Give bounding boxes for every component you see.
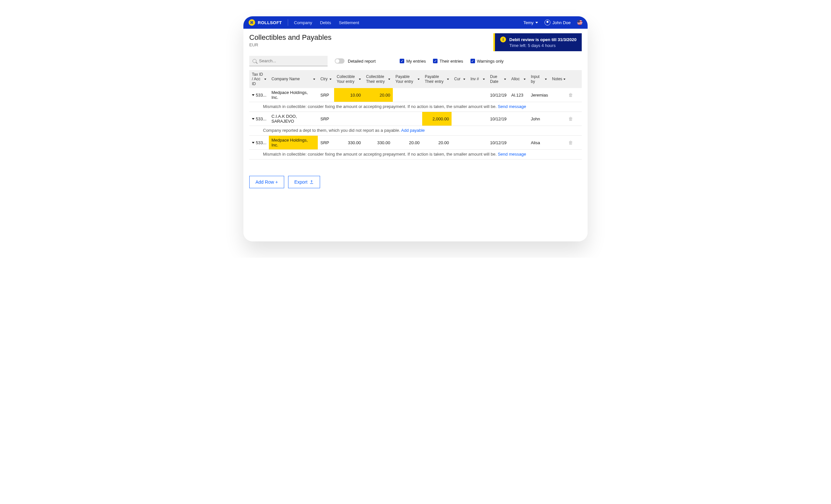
cell-coll-their[interactable] bbox=[364, 112, 393, 126]
col-company[interactable]: Company Name bbox=[269, 70, 318, 88]
expand-cell[interactable]: 533... bbox=[249, 136, 269, 149]
cell-ctry: SRP bbox=[318, 112, 334, 126]
cell-alloc bbox=[509, 136, 528, 149]
col-ctry[interactable]: Ctry bbox=[318, 70, 334, 88]
col-coll-their[interactable]: Collectible Their entry bbox=[364, 70, 393, 88]
user-icon bbox=[545, 20, 550, 25]
nav-company[interactable]: Company bbox=[294, 20, 312, 25]
chevron-down-icon bbox=[313, 79, 315, 80]
expand-cell[interactable]: 533... bbox=[249, 88, 269, 102]
checkbox-label: Their entries bbox=[439, 59, 463, 64]
search-input[interactable] bbox=[249, 56, 327, 66]
cell-pay-your[interactable] bbox=[393, 112, 422, 126]
col-pay-their[interactable]: Payable Their entry bbox=[422, 70, 452, 88]
warning-row: Mismatch in collectible: consider fixing… bbox=[249, 102, 582, 112]
my-entries-checkbox[interactable]: My entries bbox=[400, 59, 426, 64]
cell-cur bbox=[452, 88, 468, 102]
cell-cur bbox=[452, 112, 468, 126]
cell-company: Medpace Holdings, Inc. bbox=[269, 136, 318, 149]
delete-row-button[interactable]: 🗑 bbox=[566, 88, 574, 102]
page-currency: EUR bbox=[249, 42, 332, 47]
locale-flag-icon[interactable] bbox=[577, 20, 582, 25]
cell-pay-your[interactable] bbox=[393, 88, 422, 102]
chevron-down-icon bbox=[447, 79, 449, 80]
expand-cell[interactable]: 533... bbox=[249, 112, 269, 126]
toggle-icon bbox=[335, 58, 345, 64]
table-row: 533...Medpace Holdings, Inc.SRP10.0020.0… bbox=[249, 88, 582, 102]
cell-coll-their[interactable]: 20.00 bbox=[364, 88, 393, 102]
col-cur[interactable]: Cur bbox=[452, 70, 468, 88]
checkbox-label: Warnings only bbox=[477, 59, 504, 64]
warning-row: Company reported a dept to them, which y… bbox=[249, 126, 582, 136]
checkbox-icon bbox=[433, 59, 437, 63]
col-inputby[interactable]: Input by bbox=[528, 70, 549, 88]
warning-action-link[interactable]: Send message bbox=[498, 152, 526, 156]
cell-pay-your[interactable]: 20.00 bbox=[393, 136, 422, 149]
chevron-down-icon bbox=[483, 79, 485, 80]
nav-debts[interactable]: Debts bbox=[320, 20, 331, 25]
chevron-down-icon bbox=[388, 79, 390, 80]
cell-ctry: SRP bbox=[318, 136, 334, 149]
col-alloc[interactable]: Alloc bbox=[509, 70, 528, 88]
cell-coll-their[interactable]: 330.00 bbox=[364, 136, 393, 149]
cell-taxid: 533... bbox=[256, 93, 266, 97]
cell-due: 10/12/19 bbox=[487, 88, 509, 102]
delete-row-button[interactable]: 🗑 bbox=[566, 136, 574, 149]
chevron-down-icon bbox=[252, 142, 255, 144]
cell-alloc: Al.123 bbox=[509, 88, 528, 102]
chevron-down-icon bbox=[359, 79, 361, 80]
cell-pay-their[interactable]: 20.00 bbox=[422, 136, 452, 149]
warnings-only-checkbox[interactable]: Warnings only bbox=[470, 59, 504, 64]
review-alert: i Debit review is open till 31/3/2020 Ti… bbox=[493, 33, 582, 51]
warning-row: Mismatch in collectible: consider fixing… bbox=[249, 150, 582, 159]
export-button[interactable]: Export bbox=[288, 176, 320, 188]
chevron-down-icon bbox=[252, 94, 255, 96]
chevron-down-icon bbox=[252, 118, 255, 120]
chevron-down-icon bbox=[536, 22, 538, 24]
nav-settlement[interactable]: Settlement bbox=[339, 20, 359, 25]
org-switcher[interactable]: Temy bbox=[523, 20, 538, 25]
info-icon: i bbox=[500, 36, 506, 42]
brand-logo[interactable]: ⌘ ROLLSOFT bbox=[249, 19, 282, 26]
cell-coll-your[interactable]: 330.00 bbox=[334, 136, 364, 149]
chevron-down-icon bbox=[329, 79, 332, 80]
cell-inv bbox=[468, 136, 487, 149]
chevron-down-icon bbox=[418, 79, 420, 80]
cell-notes bbox=[549, 136, 566, 149]
logo-icon: ⌘ bbox=[249, 19, 255, 26]
org-name: Temy bbox=[523, 20, 534, 25]
col-taxid[interactable]: Tax ID / Acc ID bbox=[249, 70, 269, 88]
col-notes[interactable]: Notes bbox=[549, 70, 566, 88]
cell-inputby: John bbox=[528, 112, 549, 126]
col-due[interactable]: Due Date bbox=[487, 70, 509, 88]
col-pay-your[interactable]: Payable Your entry bbox=[393, 70, 422, 88]
cell-pay-their[interactable] bbox=[422, 88, 452, 102]
col-coll-your[interactable]: Collectible Your entry bbox=[334, 70, 364, 88]
their-entries-checkbox[interactable]: Their entries bbox=[433, 59, 463, 64]
checkbox-icon bbox=[400, 59, 404, 63]
user-menu[interactable]: John Doe bbox=[545, 20, 571, 25]
chevron-down-icon bbox=[264, 79, 266, 80]
cell-coll-your[interactable] bbox=[334, 112, 364, 126]
account-area: Temy John Doe bbox=[523, 20, 582, 25]
warning-text: Company reported a dept to them, which y… bbox=[263, 128, 400, 133]
cell-alloc bbox=[509, 112, 528, 126]
warning-action-link[interactable]: Send message bbox=[498, 104, 526, 109]
chevron-down-icon bbox=[564, 79, 566, 80]
cell-cur bbox=[452, 136, 468, 149]
col-inv[interactable]: Inv # bbox=[468, 70, 487, 88]
chevron-down-icon bbox=[545, 79, 547, 80]
search-field[interactable] bbox=[259, 58, 324, 63]
divider bbox=[288, 19, 288, 26]
warning-action-link[interactable]: Add payable bbox=[401, 128, 425, 133]
brand-name: ROLLSOFT bbox=[258, 20, 282, 25]
delete-row-button[interactable]: 🗑 bbox=[566, 112, 574, 126]
alert-title: Debit review is open till 31/3/2020 bbox=[509, 37, 576, 42]
main-nav: Company Debts Settlement bbox=[294, 20, 359, 25]
cell-due: 10/12/19 bbox=[487, 112, 509, 126]
toggle-label: Detailed report bbox=[348, 59, 375, 64]
cell-coll-your[interactable]: 10.00 bbox=[334, 88, 364, 102]
detailed-report-toggle[interactable]: Detailed report bbox=[335, 58, 375, 64]
cell-pay-their[interactable]: 2,000.00 bbox=[422, 112, 452, 126]
add-row-button[interactable]: Add Row + bbox=[249, 176, 284, 188]
